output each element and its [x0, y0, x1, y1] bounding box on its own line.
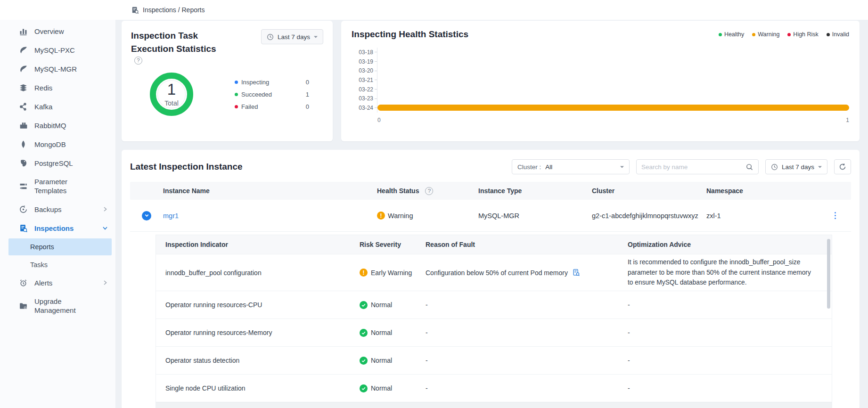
legend-item-invalid: Invalid: [827, 31, 849, 38]
legend-label: Inspecting: [241, 79, 269, 86]
sidebar-item-label: Reports: [30, 243, 54, 251]
help-icon[interactable]: ?: [425, 187, 433, 195]
legend-dot: [235, 81, 238, 84]
severity-cell: ! Early Warning: [350, 269, 416, 277]
layers-icon: [19, 83, 28, 92]
sidebar-item-mongodb[interactable]: MongoDB: [0, 135, 115, 154]
legend-label: Failed: [241, 103, 258, 110]
caret-down-icon: [314, 36, 318, 40]
legend-dot: [235, 105, 238, 108]
reason-cell: -: [416, 329, 618, 336]
sidebar-item-parameter-templates[interactable]: Parameter Templates: [0, 172, 115, 200]
sidebar-item-postgresql[interactable]: PostgreSQL: [0, 154, 115, 172]
alarm-icon: [19, 278, 28, 287]
legend-label: High Risk: [793, 31, 819, 38]
legend-item-warning: Warning: [752, 31, 779, 38]
y-axis-label: 03-22: [352, 86, 373, 93]
dolphin-icon: [19, 46, 28, 55]
kafka-icon: [19, 102, 28, 111]
table-bottom-strip: [156, 402, 832, 408]
sidebar-item-kafka[interactable]: Kafka: [0, 97, 115, 116]
detail-row-single-node-cpu: Single node CPU utilization Normal - -: [156, 374, 832, 402]
y-axis-label: 03-19: [352, 58, 373, 65]
help-icon[interactable]: ?: [134, 57, 142, 65]
cluster-select[interactable]: Cluster : All: [512, 159, 630, 174]
view-report-icon[interactable]: [572, 269, 580, 277]
search-icon[interactable]: [745, 163, 753, 171]
search-input[interactable]: [641, 163, 745, 171]
check-icon: [360, 357, 368, 365]
sidebar-item-inspections[interactable]: Inspections: [0, 219, 115, 237]
severity-label: Normal: [371, 329, 392, 336]
chart-track: [377, 103, 849, 113]
sidebar-item-label: MySQL-MGR: [34, 65, 77, 73]
refresh-button[interactable]: [834, 159, 851, 174]
sidebar-item-label: Redis: [34, 84, 52, 92]
chevron-right-icon: [102, 280, 108, 286]
col-health-status-label: Health Status: [377, 187, 419, 195]
legend-label: Warning: [758, 31, 779, 38]
sidebar-item-label: Alerts: [34, 279, 52, 287]
health-bar-chart: 03-18 03-19 03-20 03-21 03-22 03-23 03-2…: [352, 48, 849, 123]
indicator-cell: innodb_buffer_pool configuration: [156, 269, 350, 277]
indicator-cell: Operator running resources-Memory: [156, 329, 350, 336]
donut-total-label: Total: [164, 99, 179, 107]
sidebar-item-redis[interactable]: Redis: [0, 78, 115, 97]
reason-text: Configuration below 50% of current Pod m…: [426, 269, 568, 277]
col-inspection-indicator: Inspection Indicator: [156, 241, 350, 248]
sidebar-item-mysql-pxc[interactable]: MySQL-PXC: [0, 41, 115, 59]
breadcrumb[interactable]: Inspections / Reports: [131, 0, 205, 20]
check-icon: [360, 384, 368, 392]
x-axis-max: 1: [846, 117, 849, 123]
chart-track: [377, 94, 849, 103]
sidebar-item-overview[interactable]: Overview: [0, 22, 115, 41]
top-bar: Inspections / Reports: [0, 0, 868, 20]
col-risk-severity: Risk Severity: [350, 241, 416, 248]
backup-icon: [19, 205, 28, 214]
health-legend: Healthy Warning High Risk Invalid: [719, 31, 849, 38]
row-actions-menu[interactable]: [833, 210, 838, 221]
y-axis-label: 03-24: [352, 105, 373, 111]
sidebar-item-rabbitmq[interactable]: RabbitMQ: [0, 116, 115, 135]
legend-item-high-risk: High Risk: [787, 31, 819, 38]
sidebar-item-label: Overview: [34, 27, 64, 35]
sidebar-item-upgrade-management[interactable]: Upgrade Management: [0, 292, 115, 319]
chevron-right-icon: [102, 206, 108, 212]
legend-dot: [235, 93, 238, 96]
caret-down-icon: [818, 166, 822, 170]
legend-dot: [719, 33, 722, 36]
sidebar-item-backups[interactable]: Backups: [0, 200, 115, 219]
task-stats-title-text: Inspection Task Execution Statistics: [131, 29, 240, 55]
sidebar-item-alerts[interactable]: Alerts: [0, 273, 115, 292]
instance-name-link[interactable]: mgr1: [163, 212, 179, 220]
legend-dot: [827, 33, 830, 36]
sidebar: Overview MySQL-PXC MySQL-MGR Redis Kafka: [0, 20, 116, 408]
sidebar-item-tasks[interactable]: Tasks: [0, 256, 115, 273]
legend-value: 0: [306, 103, 309, 110]
page: Inspections / Reports Overview MySQL-PXC…: [0, 0, 868, 408]
chart-track: [377, 66, 849, 75]
cluster-select-value: All: [545, 163, 552, 171]
severity-label: Early Warning: [371, 269, 412, 277]
task-stats-legend: Inspecting 0 Succeeded 1 Failed 0: [235, 79, 309, 110]
task-stats-range-select[interactable]: Last 7 days: [261, 29, 323, 44]
severity-cell: Normal: [350, 329, 416, 337]
filters: Cluster : All Last 7 day: [512, 159, 851, 174]
detail-table-header: Inspection Indicator Risk Severity Reaso…: [156, 235, 832, 254]
instance-range-select[interactable]: Last 7 days: [765, 159, 827, 174]
warning-bar-03-24[interactable]: [377, 105, 849, 111]
sidebar-item-label: Inspections: [34, 224, 74, 232]
chart-track: [377, 85, 849, 94]
vertical-scrollbar[interactable]: [827, 239, 830, 309]
severity-cell: Normal: [350, 301, 416, 309]
severity-cell: Normal: [350, 384, 416, 392]
instance-row-mgr1: mgr1 ! Warning MySQL-MGR g2-c1-abcdefghi…: [130, 200, 851, 232]
x-axis: 0 1: [377, 117, 849, 123]
chart-track: [377, 48, 849, 57]
sidebar-item-mysql-mgr[interactable]: MySQL-MGR: [0, 59, 115, 78]
sidebar-item-reports[interactable]: Reports: [8, 238, 112, 255]
sidebar-item-label: Tasks: [30, 261, 48, 269]
reason-cell: Configuration below 50% of current Pod m…: [416, 269, 618, 277]
sidebar-item-label: MySQL-PXC: [34, 46, 75, 54]
collapse-row-button[interactable]: [142, 211, 151, 220]
